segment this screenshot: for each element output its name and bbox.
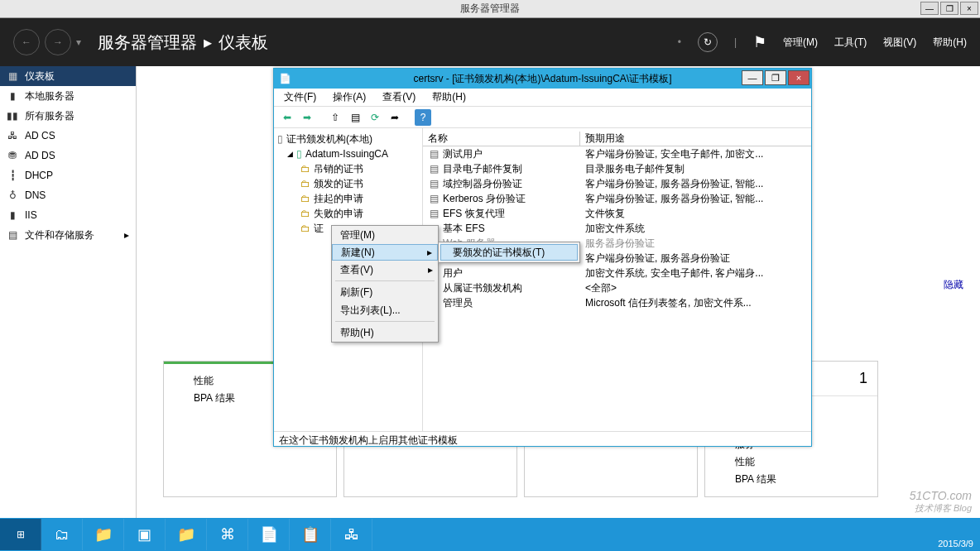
- nav-back-button[interactable]: ←: [13, 29, 40, 55]
- toolbar-refresh-button[interactable]: ⟳: [367, 109, 383, 126]
- list-item-name: 管理员: [443, 296, 473, 310]
- submenu-arrow-icon: ▸: [427, 247, 432, 258]
- win-close-button[interactable]: ×: [788, 70, 809, 85]
- context-submenu: 要颁发的证书模板(T): [438, 242, 580, 263]
- sidebar-item-iis[interactable]: ▮IIS: [0, 205, 136, 225]
- breadcrumb-root[interactable]: 服务器管理器: [98, 31, 197, 54]
- toolbar-help-button[interactable]: ?: [415, 109, 431, 126]
- ctx-new[interactable]: 新建(N)▸: [332, 244, 438, 261]
- nav-forward-button[interactable]: →: [45, 29, 71, 55]
- sidebar-item-file-storage[interactable]: ▤文件和存储服务▸: [0, 225, 136, 245]
- sidebar-item-label: 文件和存储服务: [25, 228, 94, 242]
- taskbar-button[interactable]: 📋: [290, 519, 331, 550]
- taskbar-button[interactable]: 📁: [83, 519, 124, 550]
- tree-node-issued[interactable]: 🗀颁发的证书: [277, 176, 419, 191]
- menu-help[interactable]: 帮助(H): [427, 89, 471, 106]
- taskbar-button[interactable]: 📄: [248, 519, 290, 550]
- menu-file[interactable]: 文件(F): [279, 89, 321, 106]
- list-item[interactable]: ▤用户加密文件系统, 安全电子邮件, 客户端身...: [423, 266, 811, 280]
- taskbar-clock[interactable]: 2015/3/9: [938, 538, 973, 549]
- menu-action[interactable]: 操作(A): [328, 89, 371, 106]
- ctx-export[interactable]: 导出列表(L)...: [332, 301, 438, 319]
- tree-node-pending[interactable]: 🗀挂起的申请: [277, 191, 419, 206]
- main-close-button[interactable]: ×: [960, 2, 978, 15]
- list-item-name: 从属证书颁发机构: [443, 281, 522, 295]
- menu-view[interactable]: 查看(V): [377, 89, 420, 106]
- menu-view[interactable]: 视图(V): [883, 36, 916, 50]
- list-item[interactable]: ▤从属证书颁发机构<全部>: [423, 280, 811, 295]
- folder-icon: 🗀: [300, 193, 310, 204]
- list-item-name: Kerberos 身份验证: [443, 192, 526, 206]
- toolbar-properties-button[interactable]: ▤: [347, 109, 363, 126]
- submenu-arrow-icon: ▸: [428, 264, 433, 276]
- hide-link[interactable]: 隐藏: [944, 278, 963, 292]
- ctx-help[interactable]: 帮助(H): [332, 323, 438, 342]
- certsrv-list: 名称 预期用途 ▤测试用户客户端身份验证, 安全电子邮件, 加密文...▤目录电…: [423, 128, 811, 431]
- list-item-name: 域控制器身份验证: [443, 177, 522, 191]
- list-item[interactable]: ▤EFS 恢复代理文件恢复: [423, 206, 811, 221]
- folder-icon: 🗀: [300, 223, 310, 234]
- main-window-title: 服务器管理器: [460, 2, 520, 16]
- tree-root-label: 证书颁发机构(本地): [286, 132, 372, 146]
- taskbar-button[interactable]: ▣: [124, 519, 166, 550]
- certsrv-menubar: 文件(F) 操作(A) 查看(V) 帮助(H): [274, 89, 811, 107]
- column-name[interactable]: 名称: [423, 132, 580, 146]
- sidebar-item-dashboard[interactable]: ▦仪表板: [0, 66, 136, 86]
- certificate-template-icon: ▤: [428, 193, 440, 204]
- sidebar-item-adds[interactable]: ⛃AD DS: [0, 146, 136, 165]
- notifications-flag-icon[interactable]: ⚑: [753, 33, 766, 51]
- certsrv-titlebar[interactable]: 📄 certsrv - [证书颁发机构(本地)\Adatum-IssuingCA…: [274, 69, 811, 89]
- certsrv-title: certsrv - [证书颁发机构(本地)\Adatum-IssuingCA\证…: [413, 72, 671, 86]
- sidebar-item-dhcp[interactable]: ┇DHCP: [0, 165, 136, 185]
- win-maximize-button[interactable]: ❐: [765, 70, 786, 85]
- taskbar-button[interactable]: 📁: [166, 519, 207, 550]
- toolbar-export-button[interactable]: ➦: [387, 109, 403, 126]
- sidebar-item-local-server[interactable]: ▮本地服务器: [0, 86, 136, 106]
- dashboard-icon: ▦: [7, 70, 18, 82]
- tree-ca[interactable]: ◢▯Adatum-IssuingCA: [277, 146, 419, 161]
- list-item-purpose: 加密文件系统, 安全电子邮件, 客户端身...: [580, 266, 811, 280]
- list-item[interactable]: ▤目录电子邮件复制目录服务电子邮件复制: [423, 161, 811, 176]
- taskbar-button[interactable]: ⌘: [207, 519, 248, 550]
- win-minimize-button[interactable]: —: [742, 70, 763, 85]
- menu-manage[interactable]: 管理(M): [783, 36, 818, 50]
- main-maximize-button[interactable]: ❐: [940, 2, 958, 15]
- tree-node-failed[interactable]: 🗀失败的申请: [277, 206, 419, 221]
- sidebar: ▦仪表板 ▮本地服务器 ▮▮所有服务器 🖧AD CS ⛃AD DS ┇DHCP …: [0, 66, 137, 518]
- toolbar-forward-button[interactable]: ➡: [299, 109, 315, 126]
- chevron-right-icon: ▸: [124, 229, 129, 241]
- sidebar-item-dns[interactable]: ♁DNS: [0, 185, 136, 205]
- tree-root[interactable]: ▯证书颁发机构(本地): [277, 132, 419, 146]
- certsrv-app-icon: 📄: [277, 71, 292, 86]
- certificate-template-icon: ▤: [428, 178, 440, 189]
- ctx-view[interactable]: 查看(V)▸: [332, 261, 438, 279]
- taskbar-button[interactable]: ⊞: [0, 519, 41, 550]
- list-item[interactable]: ▤基本 EFS加密文件系统: [423, 221, 811, 236]
- taskbar-button[interactable]: 🖧: [331, 519, 372, 550]
- list-item[interactable]: ▤域控制器身份验证客户端身份验证, 服务器身份验证, 智能...: [423, 176, 811, 191]
- menu-tools[interactable]: 工具(T): [834, 36, 867, 50]
- list-item[interactable]: ▤Kerberos 身份验证客户端身份验证, 服务器身份验证, 智能...: [423, 191, 811, 206]
- tree-node-revoked[interactable]: 🗀吊销的证书: [277, 161, 419, 176]
- toolbar-back-button[interactable]: ⬅: [279, 109, 295, 126]
- ctx-sub-template[interactable]: 要颁发的证书模板(T): [440, 244, 578, 261]
- sidebar-item-adcs[interactable]: 🖧AD CS: [0, 126, 136, 146]
- toolbar-up-button[interactable]: ⇧: [327, 109, 343, 126]
- ctx-manage[interactable]: 管理(M): [332, 226, 438, 244]
- ctx-separator: [335, 280, 435, 281]
- column-purpose[interactable]: 预期用途: [580, 132, 811, 146]
- list-item-purpose: <全部>: [580, 281, 811, 295]
- taskbar: ⊞🗂📁▣📁⌘📄📋🖧 2015/3/9: [0, 518, 980, 551]
- main-minimize-button[interactable]: —: [920, 2, 939, 15]
- watermark: 51CTO.com 技术博客 Blog: [910, 489, 972, 515]
- list-item[interactable]: ▤管理员Microsoft 信任列表签名, 加密文件系...: [423, 295, 811, 310]
- menu-help[interactable]: 帮助(H): [933, 36, 967, 50]
- dhcp-icon: ┇: [7, 170, 18, 181]
- content-area: 隐藏 性能 BPA 结果 性能 BPA 结果 性能 BPA 结果 ♁: [137, 66, 980, 518]
- list-item-purpose: 服务器身份验证: [580, 237, 811, 251]
- taskbar-button[interactable]: 🗂: [41, 519, 83, 550]
- sidebar-item-all-servers[interactable]: ▮▮所有服务器: [0, 106, 136, 126]
- refresh-button[interactable]: ↻: [698, 32, 718, 52]
- ctx-refresh[interactable]: 刷新(F): [332, 283, 438, 301]
- list-item[interactable]: ▤测试用户客户端身份验证, 安全电子邮件, 加密文...: [423, 146, 811, 161]
